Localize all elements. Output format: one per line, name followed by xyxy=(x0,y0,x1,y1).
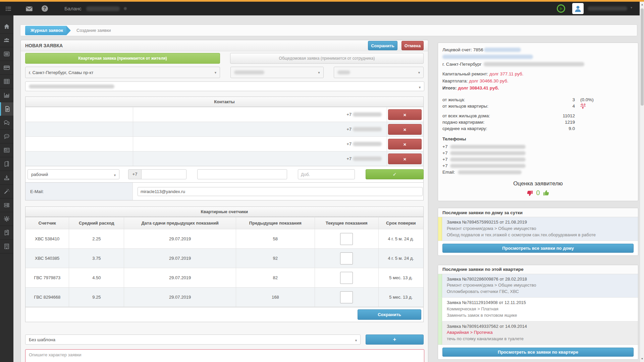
meters-table: Квартирные счетчики Счетчик Средний расх… xyxy=(25,206,424,322)
sidebar-item-buildings[interactable] xyxy=(0,240,13,253)
sidebar-item-home[interactable] xyxy=(0,20,13,34)
sidebar-item-table[interactable] xyxy=(0,75,13,88)
delete-contact-button[interactable]: × xyxy=(388,139,422,149)
rent-debt: долг 30466.30 руб. xyxy=(469,78,508,83)
sidebar-item-news[interactable] xyxy=(0,143,13,157)
capital-repair-debt: долг 377.11 руб. xyxy=(489,71,523,76)
email-field[interactable] xyxy=(138,187,423,196)
list-item[interactable]: Заявка №7894575993215 от 21.08.2019 Ремо… xyxy=(438,217,638,241)
account-number-visible: 7856 xyxy=(473,47,483,52)
request-stats: от жильца: 3 (0.0%) от жильцов квартиры:… xyxy=(442,97,634,132)
delete-contact-button[interactable]: × xyxy=(388,124,422,135)
sidebar-item-directory[interactable] xyxy=(0,157,13,171)
meter-avg: 3.75 xyxy=(69,249,124,268)
balance-refresh-icon[interactable] xyxy=(124,7,127,10)
phone-type-select[interactable]: рабочий ▼ xyxy=(28,169,119,179)
current-reading-input[interactable] xyxy=(340,291,353,303)
document-icon xyxy=(4,106,11,112)
building-icon xyxy=(3,243,10,250)
magic-wand-icon xyxy=(3,188,10,195)
menu-list-icon[interactable] xyxy=(3,2,13,15)
scrollbar[interactable]: ▲ ▼ xyxy=(640,2,644,362)
cancel-button[interactable]: Отмена xyxy=(401,41,424,50)
sidebar-item-requests[interactable] xyxy=(0,102,13,116)
phone-ext-input[interactable] xyxy=(298,169,355,179)
stat-row: от жильцов квартиры: 4 -5.0 ▼ xyxy=(442,103,634,109)
city-label: г. Санкт-Петербург xyxy=(442,62,482,67)
thumbs-up-icon[interactable] xyxy=(543,189,550,197)
account-link-blurred[interactable] xyxy=(442,55,533,59)
play-icon[interactable] xyxy=(557,4,565,13)
right-column: Лицевой счет: 7856 г. Санкт-Петербург Ка… xyxy=(438,43,638,362)
avatar[interactable] xyxy=(572,3,584,14)
list-item[interactable]: Заявка №7811129104908 от 12.11.2015 Комм… xyxy=(438,298,638,321)
confirm-phone-button[interactable]: ✓ xyxy=(366,169,424,179)
apartment-requests-title: Последние заявки по этой квартире xyxy=(438,265,638,274)
current-reading-input[interactable] xyxy=(340,233,353,245)
view-all-apartment-requests-button[interactable]: Просмотреть все заявки по квартире xyxy=(442,348,634,357)
stat-row: от всех жильцов дома: 11012 xyxy=(442,113,634,119)
chevron-down-icon[interactable]: ▾ xyxy=(631,6,632,9)
column-header: Счетчик xyxy=(25,217,69,229)
building-request-toggle[interactable]: Общедомовая заявка (принимается от сотру… xyxy=(230,53,424,64)
email-blurred xyxy=(458,170,522,174)
add-template-button[interactable]: + xyxy=(366,335,424,345)
delete-contact-button[interactable]: × xyxy=(388,154,422,164)
resident-select[interactable]: ▼ xyxy=(25,81,424,91)
sidebar-item-chats[interactable] xyxy=(0,116,13,130)
credit-card-icon xyxy=(3,64,10,71)
sidebar-item-settings[interactable] xyxy=(0,212,13,226)
list-card-icon xyxy=(3,51,10,57)
total-debt: долг 30843.41 руб. xyxy=(458,85,499,90)
meter-date: 29.07.2019 xyxy=(124,229,236,249)
request-description-input[interactable] xyxy=(25,349,424,362)
meter-avg: 4.50 xyxy=(69,268,124,288)
balance-label: Баланс xyxy=(64,6,82,11)
view-all-house-requests-button[interactable]: Просмотреть все заявки по дому xyxy=(442,244,634,253)
scroll-down-icon[interactable]: ▼ xyxy=(640,357,644,361)
save-button[interactable]: Сохранить xyxy=(368,41,397,50)
help-icon[interactable]: ? xyxy=(40,2,50,15)
current-reading-input[interactable] xyxy=(340,272,353,284)
sidebar-item-journal[interactable] xyxy=(0,226,13,240)
sidebar-item-users[interactable] xyxy=(0,34,13,47)
contact-phone: +7 xyxy=(346,156,382,161)
phone-number-blurred xyxy=(353,157,382,161)
template-select[interactable]: Без шаблона ▼ xyxy=(25,335,361,345)
sidebar-item-tools[interactable] xyxy=(0,185,13,198)
street-select[interactable]: г. Санкт-Петербург, Славы пр-кт ▼ xyxy=(25,67,220,78)
house-select[interactable]: ▼ xyxy=(230,67,324,78)
gear-icon xyxy=(3,216,10,222)
sidebar-item-list[interactable] xyxy=(0,47,13,61)
sidebar-item-downloads[interactable] xyxy=(0,171,13,185)
table-row: ХВС 538410 2.25 29.07.2019 58 4 г. 5 м. … xyxy=(25,229,423,249)
phone-number-input[interactable] xyxy=(141,169,186,179)
thumbs-down-icon[interactable] xyxy=(526,189,533,197)
delete-contact-button[interactable]: × xyxy=(388,109,422,120)
phone-comment-input[interactable] xyxy=(197,169,287,179)
sidebar-item-reports[interactable] xyxy=(0,88,13,102)
tab-request-journal[interactable]: Журнал заявок xyxy=(25,26,66,35)
list-item[interactable]: Заявка №7809149337562 от 14.09.2014 Авар… xyxy=(438,321,638,345)
sidebar-item-servers[interactable] xyxy=(0,198,13,212)
meter-avg: 9.25 xyxy=(69,288,124,307)
username-blurred[interactable] xyxy=(588,6,627,11)
chevron-down-icon: ▼ xyxy=(418,86,421,89)
current-reading-input[interactable] xyxy=(340,252,353,264)
sidebar-item-messages[interactable] xyxy=(0,130,13,143)
meter-prev: 82 xyxy=(236,268,315,288)
server-icon xyxy=(3,202,10,208)
scrollbar-thumb[interactable] xyxy=(641,8,644,106)
scroll-up-icon[interactable]: ▲ xyxy=(640,2,644,7)
balance: Баланс xyxy=(64,2,127,15)
flat-select[interactable]: ▼ xyxy=(334,67,424,78)
save-readings-button[interactable]: Сохранить xyxy=(358,309,421,320)
mail-icon[interactable] xyxy=(24,2,34,15)
panel-header: НОВАЯ ЗАЯВКА Сохранить Отмена xyxy=(21,40,428,51)
apartment-request-toggle[interactable]: Квартирная заявка (принимается от жителя… xyxy=(25,53,220,64)
meter-name: ГВС 7979873 xyxy=(25,268,69,288)
sidebar-item-payments[interactable] xyxy=(0,61,13,75)
meter-name: ХВС 538410 xyxy=(25,229,69,249)
phone-number-blurred xyxy=(353,142,382,146)
list-item[interactable]: Заявка №7802286009876 от 28.02.2018 Ремо… xyxy=(438,274,638,298)
